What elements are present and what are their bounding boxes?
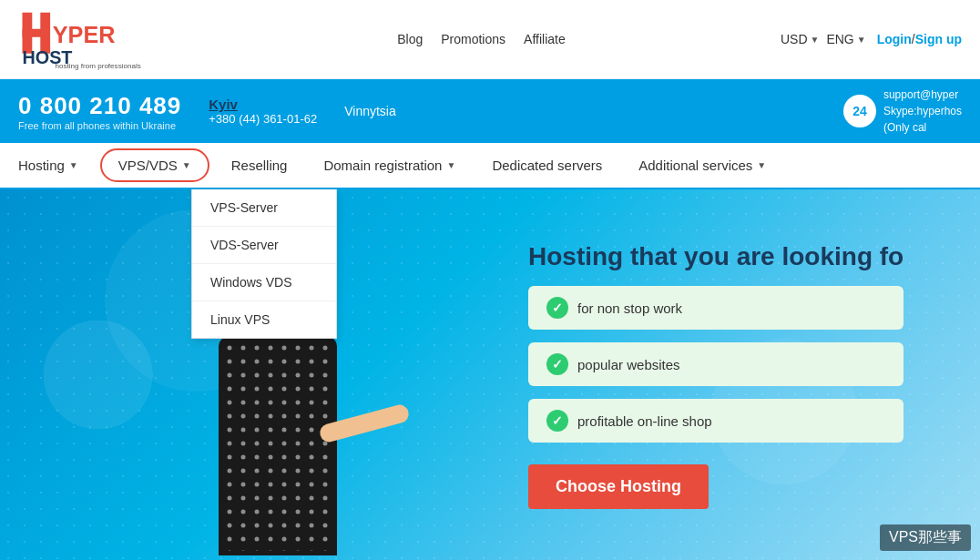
nav-reselling[interactable]: Reselling — [213, 143, 306, 188]
support-skype[interactable]: Skype:hyperhos — [883, 103, 962, 119]
auth-area: Login/Sign up — [877, 32, 962, 46]
check-icon-2: ✓ — [546, 353, 568, 375]
nav-blog[interactable]: Blog — [397, 32, 423, 46]
domain-arrow: ▼ — [446, 160, 455, 170]
nav-affiliate[interactable]: Affiliate — [524, 32, 566, 46]
check-icon-1: ✓ — [546, 297, 568, 319]
svg-text:hosting from professionals: hosting from professionals — [56, 62, 141, 70]
language-selector[interactable]: ENG ▼ — [826, 32, 865, 46]
nav-promotions[interactable]: Promotions — [441, 32, 505, 46]
logo: YPER HOST hosting from professionals — [18, 7, 182, 71]
choose-hosting-button[interactable]: Choose Hosting — [528, 464, 709, 509]
phone-number[interactable]: 0 800 210 489 — [18, 92, 181, 120]
city-block: Kyiv +380 (44) 361-01-62 — [209, 97, 317, 126]
hero-feature-1: ✓ for non stop work — [528, 286, 903, 330]
support-email[interactable]: support@hyper — [883, 87, 962, 103]
dropdown-windows-vds[interactable]: Windows VDS — [192, 264, 336, 301]
phone-bar: 0 800 210 489 Free from all phones withi… — [0, 79, 980, 143]
logo-area: YPER HOST hosting from professionals — [18, 7, 182, 71]
top-right: USD ▼ ENG ▼ Login/Sign up — [781, 32, 962, 46]
navbar-wrapper: Hosting ▼ VPS/VDS ▼ Reselling Domain reg… — [0, 143, 980, 189]
support-24-icon: 24 — [843, 95, 876, 127]
signup-link[interactable]: Sign up — [915, 32, 962, 46]
person-dots — [223, 341, 332, 551]
nav-hosting[interactable]: Hosting ▼ — [0, 143, 97, 188]
hero-feature-1-label: for non stop work — [577, 300, 682, 316]
city-vinnytsia[interactable]: Vinnytsia — [344, 104, 396, 118]
kyiv-phone: +380 (44) 361-01-62 — [209, 112, 317, 126]
hero-feature-3: ✓ profitable on-line shop — [528, 399, 903, 443]
support-note: (Only cal — [883, 119, 962, 136]
top-nav: Blog Promotions Affiliate — [182, 32, 781, 46]
login-link[interactable]: Login — [877, 32, 912, 46]
check-icon-3: ✓ — [546, 410, 568, 432]
city-kyiv[interactable]: Kyiv — [209, 97, 317, 112]
hero-feature-2: ✓ popular websites — [528, 342, 903, 386]
nav-bar: Hosting ▼ VPS/VDS ▼ Reselling Domain reg… — [0, 143, 980, 189]
nav-vpsvds[interactable]: VPS/VDS ▼ — [100, 148, 209, 182]
nav-dedicated[interactable]: Dedicated servers — [474, 143, 620, 188]
phone-block: 0 800 210 489 Free from all phones withi… — [18, 92, 181, 131]
svg-text:YPER: YPER — [53, 22, 116, 47]
currency-arrow: ▼ — [811, 35, 820, 45]
vinnytsia-block: Vinnytsia — [344, 104, 396, 118]
language-label: ENG — [826, 32, 853, 46]
vpsvds-dropdown: VPS-Server VDS-Server Windows VDS Linux … — [191, 189, 337, 339]
hosting-arrow: ▼ — [69, 160, 78, 170]
support-text: support@hyper Skype:hyperhos (Only cal — [883, 87, 962, 136]
nav-additional[interactable]: Additional services ▼ — [620, 143, 784, 188]
hero-feature-3-label: profitable on-line shop — [577, 413, 712, 429]
phone-subtitle: Free from all phones within Ukraine — [18, 120, 181, 131]
dropdown-linux-vps[interactable]: Linux VPS — [192, 301, 336, 338]
svg-rect-7 — [223, 341, 332, 551]
additional-arrow: ▼ — [757, 160, 766, 170]
hero-content: Hosting that you are looking fo ✓ for no… — [528, 240, 903, 509]
language-arrow: ▼ — [857, 35, 866, 45]
nav-domain[interactable]: Domain registration ▼ — [305, 143, 474, 188]
page-container: YPER HOST hosting from professionals Blo… — [0, 0, 980, 560]
currency-lang: USD ▼ ENG ▼ — [781, 32, 866, 46]
hero-section: Hosting that you are looking fo ✓ for no… — [0, 189, 980, 560]
dropdown-vds-server[interactable]: VDS-Server — [192, 227, 336, 264]
currency-selector[interactable]: USD ▼ — [781, 32, 819, 46]
vpsvds-arrow: ▼ — [182, 160, 191, 170]
currency-label: USD — [781, 32, 808, 46]
hero-title: Hosting that you are looking fo — [528, 240, 903, 273]
watermark: VPS那些事 — [880, 524, 971, 551]
support-block: 24 support@hyper Skype:hyperhos (Only ca… — [843, 87, 962, 136]
top-bar: YPER HOST hosting from professionals Blo… — [0, 0, 980, 79]
dropdown-vps-server[interactable]: VPS-Server — [192, 189, 336, 227]
hero-feature-2-label: popular websites — [577, 357, 680, 372]
